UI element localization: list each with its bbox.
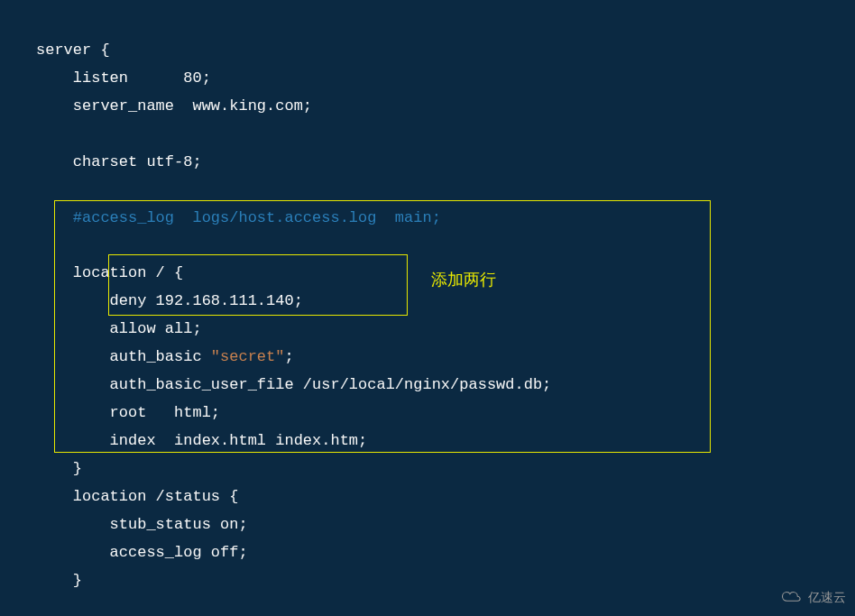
watermark: 亿速云	[779, 586, 846, 609]
code-comment: #access_log logs/host.access.log main;	[36, 209, 441, 226]
code-line: listen 80;	[36, 69, 211, 87]
code-line: location / {	[36, 264, 183, 281]
watermark-text: 亿速云	[808, 586, 846, 609]
cloud-icon	[779, 589, 804, 605]
code-string: "secret"	[211, 348, 285, 365]
code-line: access_log off;	[36, 544, 248, 561]
code-line: charset utf-8;	[36, 153, 202, 170]
code-line-auth: auth_basic "secret";	[36, 348, 294, 365]
code-line: server_name www.king.com;	[36, 97, 312, 115]
code-line: allow all;	[36, 320, 202, 337]
code-line: auth_basic_user_file /usr/local/nginx/pa…	[36, 376, 551, 393]
code-line: location /status {	[36, 488, 238, 505]
code-line: }	[36, 460, 82, 477]
annotation-label: 添加两行	[431, 265, 496, 295]
code-block: server { listen 80; server_name www.king…	[36, 9, 855, 595]
code-line: server {	[36, 41, 110, 59]
code-line: deny 192.168.111.140;	[36, 292, 303, 309]
code-line: root html;	[36, 404, 220, 421]
code-line: index index.html index.htm;	[36, 432, 367, 449]
code-line: }	[36, 572, 82, 589]
code-line: stub_status on;	[36, 516, 248, 533]
